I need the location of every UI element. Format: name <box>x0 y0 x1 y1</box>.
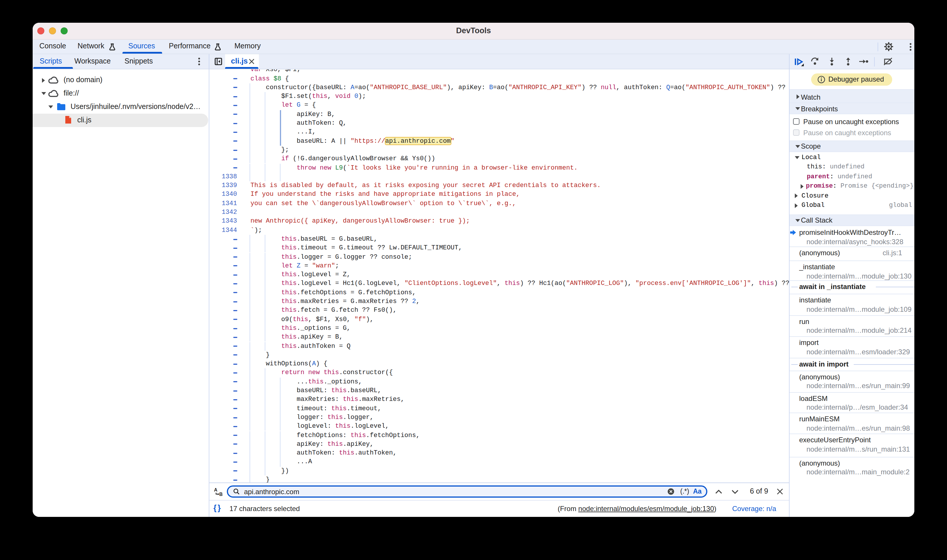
svg-text:B: B <box>219 492 222 497</box>
svg-text:A: A <box>214 487 217 492</box>
